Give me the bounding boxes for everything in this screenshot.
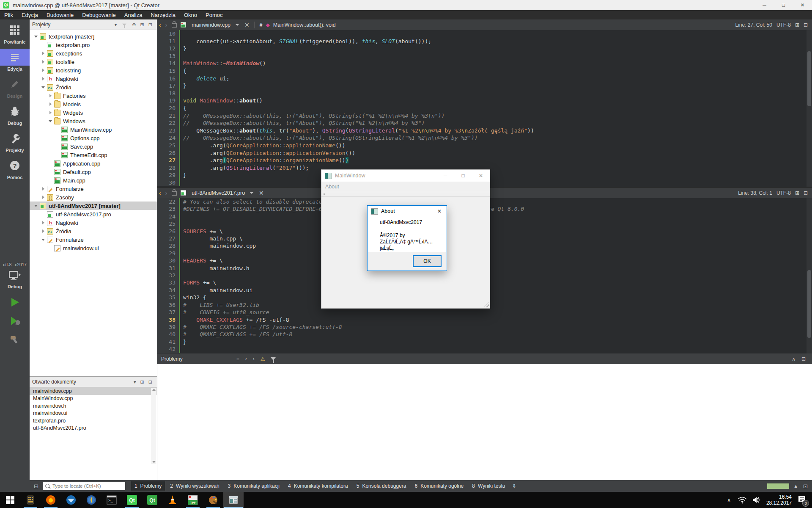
close-button[interactable]: ✕ (793, 0, 812, 10)
nav-forward-icon[interactable]: › (163, 22, 170, 28)
sort-icon[interactable]: ≡ (233, 356, 242, 362)
expander-open-icon[interactable] (33, 205, 39, 207)
output-pane-button-1[interactable]: 1Problemy (131, 481, 165, 491)
taskbar-firefox-icon[interactable] (41, 492, 61, 508)
taskbar-qt-creator-icon[interactable]: Qt (122, 492, 142, 508)
tree-item[interactable]: textprofan.pro (30, 41, 157, 49)
menu-okno[interactable]: Okno (180, 10, 201, 19)
tree-item[interactable]: Options.cpp (30, 134, 157, 142)
close-split-icon[interactable]: ⊡ (804, 190, 808, 196)
tray-expand-icon[interactable]: ∧ (727, 497, 731, 503)
expander-closed-icon[interactable] (47, 94, 53, 97)
locator-search[interactable] (43, 482, 125, 490)
ok-button[interactable]: OK (413, 255, 442, 267)
taskbar-start-icon[interactable] (0, 492, 20, 508)
tree-item[interactable]: Windows (30, 117, 157, 125)
notification-center-icon[interactable]: 3 (798, 495, 806, 505)
tab-dropdown-icon[interactable] (250, 192, 253, 194)
expander-closed-icon[interactable] (40, 77, 46, 80)
maximize-button[interactable]: □ (774, 0, 793, 10)
filter-icon[interactable] (271, 357, 276, 360)
prev-item-icon[interactable]: ‹ (242, 356, 250, 362)
next-item-icon[interactable]: › (250, 356, 258, 362)
taskbar-textprofan-app-icon[interactable]: TPF (183, 492, 203, 508)
nav-back-icon[interactable]: ‹ (157, 190, 163, 196)
output-pane-arrows-icon[interactable]: ⇕ (512, 483, 516, 489)
open-document-item[interactable]: textprofan.pro (30, 417, 157, 425)
mode-welcome[interactable]: Powitanie (0, 19, 30, 47)
taskbar-vlc-icon[interactable] (162, 492, 183, 508)
split-editor-icon[interactable]: ⊞ (795, 190, 799, 196)
about-dialog-titlebar[interactable]: About ✕ (368, 206, 447, 217)
tree-item[interactable]: Formularze (30, 185, 157, 193)
split-pane-icon[interactable]: ⊞ (138, 22, 146, 28)
minimize-button[interactable]: ─ (755, 0, 774, 10)
expander-closed-icon[interactable] (40, 52, 46, 55)
collapse-pane-icon[interactable]: ∧ (789, 356, 798, 362)
taskbar-terminal-icon[interactable]: >_ (102, 492, 122, 508)
documents-scrollbar[interactable] (151, 388, 156, 464)
sidebar-toggle-icon[interactable]: ⊟ (30, 483, 43, 489)
tree-item[interactable]: textprofan [master] (30, 32, 157, 41)
mode-projects[interactable]: Projekty (0, 128, 30, 155)
tab-close-icon[interactable]: ✕ (242, 22, 252, 28)
taskbar-qt-tool-icon[interactable]: Qt (142, 492, 162, 508)
tree-item[interactable]: Default.cpp (30, 168, 157, 176)
about-menu-item[interactable]: About (321, 184, 339, 190)
tree-item[interactable]: mainwindow.ui (30, 244, 157, 252)
output-pane-button-2[interactable]: 2Wyniki wyszukiwań (167, 481, 222, 491)
split-pane-icon[interactable]: ⊡ (798, 356, 809, 362)
expander-closed-icon[interactable] (40, 60, 46, 64)
expander-closed-icon[interactable] (40, 187, 46, 190)
tree-item[interactable]: Main.cpp (30, 176, 157, 185)
locator-input[interactable] (52, 483, 121, 489)
expander-open-icon[interactable] (40, 239, 46, 241)
editor-top-scrollbar[interactable] (807, 30, 812, 187)
tree-item[interactable]: toolsstring (30, 66, 157, 75)
taskbar-keyboard-icon[interactable] (20, 492, 41, 508)
menu-edycja[interactable]: Edycja (17, 10, 42, 19)
tree-item[interactable]: Widgets (30, 108, 157, 117)
expander-closed-icon[interactable] (47, 102, 53, 106)
tree-item[interactable]: MainWindow.cpp (30, 125, 157, 134)
tree-item[interactable]: utf-8AndMsvc2017.pro (30, 210, 157, 218)
open-document-item[interactable]: utf-8AndMsvc2017.pro (30, 425, 157, 432)
menu-debugowanie[interactable]: Debugowanie (78, 10, 120, 19)
close-pane-icon[interactable]: ⊡ (146, 22, 154, 28)
mode-debug[interactable]: Debug (0, 101, 30, 128)
mode-help[interactable]: ?Pomoc (0, 155, 30, 182)
current-symbol[interactable]: MainWindow::about(): void (273, 22, 336, 28)
output-pane-button-8[interactable]: 8Wyniki testu (469, 481, 508, 491)
menu-narzędzia[interactable]: Narzędzia (146, 10, 180, 19)
split-editor-icon[interactable]: ⊞ (795, 22, 799, 28)
output-pane-button-5[interactable]: 5Konsola debuggera (353, 481, 410, 491)
expander-closed-icon[interactable] (40, 196, 46, 199)
dialog-minimize-button[interactable]: ─ (436, 170, 454, 182)
tree-item[interactable]: Źródła (30, 227, 157, 235)
wifi-icon[interactable] (738, 496, 747, 504)
clock[interactable]: 16:54 28.12.2017 (766, 494, 792, 506)
filter-icon[interactable] (123, 23, 127, 26)
editor-top-tab-label[interactable]: mainwindow.cpp (192, 22, 230, 28)
encoding-indicator[interactable]: UTF-8 (776, 22, 791, 28)
link-with-editor-icon[interactable]: ⊖ (130, 22, 138, 28)
pane-dropdown-icon[interactable]: ▾ (132, 379, 138, 385)
run-button[interactable] (9, 297, 20, 308)
menu-plik[interactable]: Plik (0, 10, 17, 19)
close-pane-icon[interactable]: ⊡ (146, 379, 154, 385)
expander-open-icon[interactable] (47, 120, 53, 122)
menu-pomoc[interactable]: Pomoc (201, 10, 227, 19)
expander-closed-icon[interactable] (47, 111, 53, 114)
open-document-item[interactable]: MainWindow.cpp (30, 395, 157, 403)
tab-close-icon[interactable]: ✕ (257, 190, 266, 196)
taskbar-compass-icon[interactable] (81, 492, 102, 508)
open-document-item[interactable]: mainwindow.cpp (30, 387, 157, 395)
editor-bottom-scrollbar[interactable] (807, 198, 812, 353)
tree-item[interactable]: Źródła (30, 83, 157, 91)
code-editor-top[interactable]: 1011 connect(ui->actionAbout, SIGNAL(tri… (157, 30, 812, 187)
build-button[interactable] (9, 334, 20, 345)
nav-forward-icon[interactable]: › (163, 190, 170, 196)
encoding-indicator[interactable]: UTF-8 (776, 190, 791, 196)
tree-item[interactable]: Save.cpp (30, 142, 157, 151)
output-pane-button-3[interactable]: 3Komunikaty aplikacji (225, 481, 283, 491)
